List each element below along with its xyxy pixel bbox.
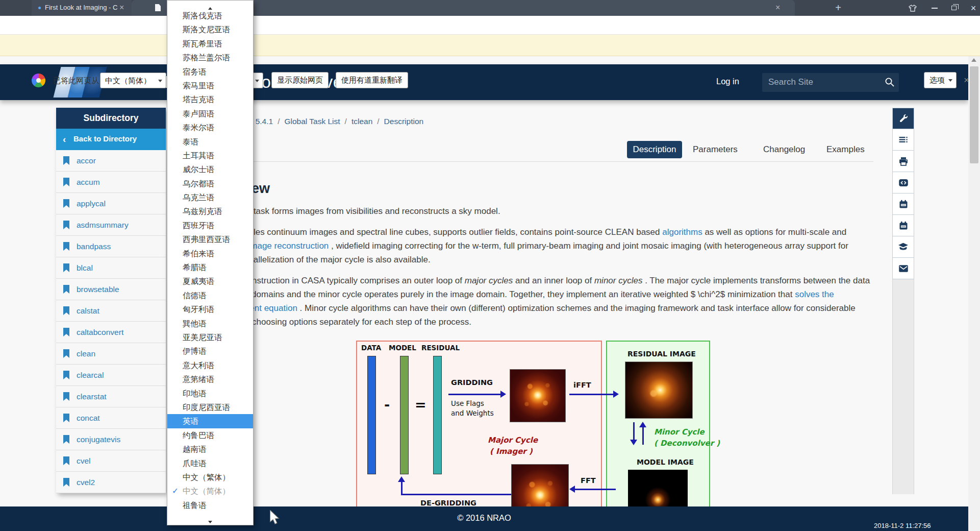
sidebar-item[interactable]: browsetable [56, 279, 166, 300]
language-menu-item[interactable]: 意第绪语 [167, 372, 253, 386]
language-menu-item[interactable]: 斯洛伐克语 [167, 9, 253, 22]
language-menu-item[interactable]: 英语 [167, 414, 253, 428]
tool-mail-button[interactable] [892, 258, 914, 279]
language-menu-item[interactable]: 土耳其语 [167, 149, 253, 162]
sidebar-item[interactable]: clean [56, 343, 166, 365]
printer-icon [898, 156, 909, 166]
tab-parameters[interactable]: Parameters [693, 144, 738, 155]
minor-cycle-down-arrow [633, 422, 635, 441]
tab-close-icon[interactable]: × [119, 2, 124, 13]
show-original-button[interactable]: 显示原始网页 [271, 72, 329, 88]
sidebar-title: Subdirectory [56, 108, 166, 129]
back-to-directory-button[interactable]: ‹ Back to Directory [56, 129, 166, 150]
minor-cycle-up-arrow [642, 426, 644, 445]
tool-calendar2-button[interactable] [892, 215, 914, 236]
sidebar-item[interactable]: conjugatevis [56, 429, 166, 450]
retranslate-button[interactable]: 使用有道重新翻译 [336, 72, 408, 88]
language-menu-item[interactable]: 苏格兰盖尔语 [167, 51, 253, 64]
language-menu-item[interactable]: 意大利语 [167, 358, 253, 372]
sidebar-item[interactable]: calstat [56, 300, 166, 322]
caret-down-icon [158, 80, 162, 82]
translate-close-icon[interactable]: × [964, 75, 969, 86]
scrollbar-thumb[interactable] [970, 66, 978, 163]
language-menu-item[interactable]: 希伯来语 [167, 247, 253, 260]
language-menu-item[interactable]: 宿务语 [167, 65, 253, 79]
sidebar-item[interactable]: accor [56, 150, 166, 172]
language-menu-item[interactable]: 伊博语 [167, 344, 253, 358]
sidebar-item[interactable]: cvel2 [56, 472, 166, 493]
tool-calendar-button[interactable] [892, 194, 914, 215]
sidebar-item[interactable]: accum [56, 172, 166, 193]
language-menu-item[interactable]: 塔吉克语 [167, 92, 253, 106]
language-menu-item[interactable]: 信德语 [167, 288, 253, 302]
sidebar-item[interactable]: clearcal [56, 365, 166, 386]
sidebar-item[interactable]: clearstat [56, 386, 166, 407]
language-menu-item[interactable]: 希腊语 [167, 260, 253, 274]
tool-list-button[interactable] [892, 129, 914, 151]
language-menu-item[interactable]: 约鲁巴语 [167, 428, 253, 442]
language-menu-item[interactable]: 匈牙利语 [167, 302, 253, 316]
algorithms-link[interactable]: algorithms [662, 227, 702, 237]
language-menu-item[interactable]: 巽他语 [167, 317, 253, 330]
language-menu-item[interactable]: 泰米尔语 [167, 120, 253, 134]
language-menu: 斯洛伐克语 斯洛文尼亚语 斯瓦希里语 苏格兰盖尔语 [167, 0, 254, 525]
tool-code-button[interactable] [892, 172, 914, 194]
language-menu-item[interactable]: 爪哇语 [167, 456, 253, 470]
page-scrollbar[interactable] [968, 56, 980, 531]
breadcrumb-item[interactable]: Global Task List [284, 117, 340, 126]
tool-education-button[interactable] [892, 236, 914, 258]
language-menu-item[interactable]: 乌兹别克语 [167, 204, 253, 218]
minimize-button[interactable] [926, 0, 943, 16]
check-icon [172, 484, 179, 498]
breadcrumb-item[interactable]: tclean [351, 117, 372, 126]
tab-examples[interactable]: Examples [826, 144, 865, 155]
login-link[interactable]: Log in [716, 77, 739, 86]
language-menu-item[interactable]: 中文（简体） [167, 484, 253, 498]
language-menu-item[interactable]: 亚美尼亚语 [167, 330, 253, 344]
sidebar-item[interactable]: applycal [56, 193, 166, 214]
restore-button[interactable] [945, 0, 963, 16]
language-menu-item[interactable]: 夏威夷语 [167, 274, 253, 288]
language-menu-item[interactable]: 乌尔都语 [167, 177, 253, 190]
breadcrumb-item[interactable]: Description [384, 117, 424, 126]
translate-options-button[interactable]: 选项 [924, 72, 957, 88]
language-menu-item[interactable]: 乌克兰语 [167, 190, 253, 204]
scroll-up-icon[interactable] [971, 58, 976, 62]
tool-print-button[interactable] [892, 151, 914, 172]
language-menu-item[interactable]: 越南语 [167, 442, 253, 456]
new-tab-button[interactable]: + [832, 1, 845, 14]
search-site-input[interactable]: Search Site [762, 73, 899, 92]
language-menu-item[interactable]: 斯洛文尼亚语 [167, 22, 253, 36]
source-language-select[interactable]: 中文（简体） [100, 73, 166, 88]
language-menu-item[interactable]: 西弗里西亚语 [167, 232, 253, 246]
language-menu-item[interactable]: 泰卢固语 [167, 107, 253, 120]
sidebar-item[interactable]: caltabconvert [56, 322, 166, 343]
language-menu-item[interactable]: 西班牙语 [167, 219, 253, 232]
language-menu-item[interactable]: 威尔士语 [167, 162, 253, 176]
tool-wrench-button[interactable] [892, 108, 914, 129]
language-menu-item[interactable]: 索马里语 [167, 79, 253, 92]
theme-skin-button[interactable] [904, 0, 921, 16]
language-menu-item[interactable]: 中文（繁体） [167, 470, 253, 484]
scroll-up-icon[interactable] [167, 3, 253, 9]
tools-column-track [892, 279, 914, 494]
sidebar-item[interactable]: concat [56, 407, 166, 429]
tab-changelog[interactable]: Changelog [763, 144, 805, 155]
close-window-button[interactable]: × [965, 0, 980, 16]
tab-first-look[interactable]: First Look at Imaging - C × [32, 0, 132, 16]
sidebar-item[interactable]: bandpass [56, 236, 166, 257]
language-menu-item[interactable]: 印度尼西亚语 [167, 400, 253, 414]
tab-description[interactable]: Description [627, 141, 682, 158]
language-menu-item[interactable]: 泰语 [167, 135, 253, 149]
sidebar-item[interactable]: cvel [56, 450, 166, 472]
tab-close-icon[interactable]: × [775, 2, 780, 13]
language-menu-item[interactable]: 印地语 [167, 387, 253, 400]
sidebar: Subdirectory ‹ Back to Directory accor a… [56, 108, 166, 493]
sidebar-item[interactable]: asdmsummary [56, 214, 166, 236]
scroll-down-icon[interactable] [167, 516, 253, 522]
language-menu-item[interactable]: 祖鲁语 [167, 498, 253, 512]
sidebar-item[interactable]: blcal [56, 257, 166, 279]
bookmark-icon [63, 478, 69, 487]
search-icon[interactable] [885, 77, 895, 89]
language-menu-item[interactable]: 斯瓦希里语 [167, 37, 253, 51]
